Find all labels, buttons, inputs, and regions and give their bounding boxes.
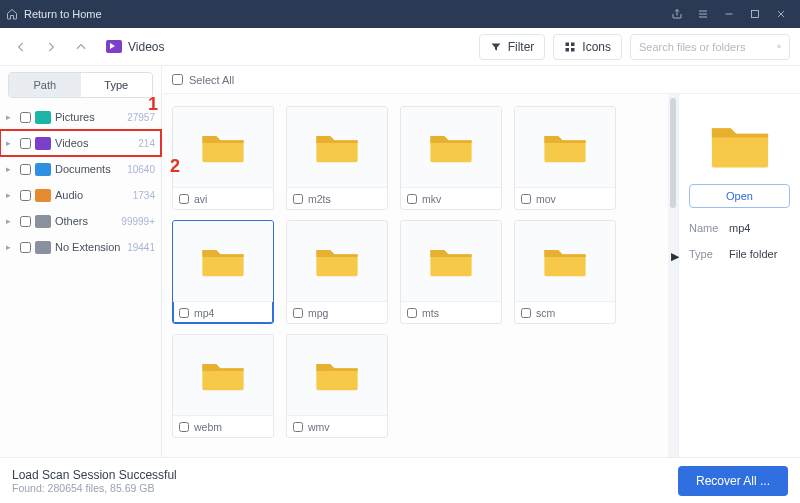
chevron-right-icon: ▸ [6,190,16,200]
folder-label-bar: mov [515,187,615,209]
folder-icon [315,129,359,165]
filter-button[interactable]: Filter [479,34,546,60]
sidebar: 1 Path Type ▸Pictures27957▸Videos214▸Doc… [0,66,162,457]
folder-checkbox[interactable] [293,308,303,318]
detail-type-key: Type [689,248,729,260]
folder-card-mp4[interactable]: mp4 [172,220,274,324]
breadcrumb-label: Videos [128,40,164,54]
category-checkbox[interactable] [20,216,31,227]
folder-card-mts[interactable]: mts [400,220,502,324]
chevron-right-icon: ▸ [6,216,16,226]
sidebar-item-documents[interactable]: ▸Documents10640 [0,156,161,182]
folder-icon [201,357,245,393]
folder-label-bar: mp4 [173,301,273,323]
details-panel: ▶ Open Name mp4 Type File folder [678,94,800,457]
svg-rect-3 [566,48,570,52]
folder-card-wmv[interactable]: wmv [286,334,388,438]
folder-icon [201,243,245,279]
folder-thumb [173,107,273,187]
folder-name: m2ts [308,193,331,205]
folder-card-m2ts[interactable]: m2ts [286,106,388,210]
folder-name: mp4 [194,307,214,319]
folder-checkbox[interactable] [521,308,531,318]
folder-label-bar: wmv [287,415,387,437]
sidebar-item-audio[interactable]: ▸Audio1734 [0,182,161,208]
nav-forward-button[interactable] [40,36,62,58]
folder-icon [710,120,770,170]
category-label: Audio [55,189,129,201]
category-checkbox[interactable] [20,190,31,201]
category-checkbox[interactable] [20,242,31,253]
folder-name: scm [536,307,555,319]
folder-checkbox[interactable] [179,422,189,432]
return-home-label: Return to Home [24,8,102,20]
sidebar-item-pictures[interactable]: ▸Pictures27957 [0,104,161,130]
scrollbar-thumb[interactable] [670,98,676,208]
folder-thumb [287,335,387,415]
tab-type[interactable]: Type [81,73,153,97]
folder-label-bar: m2ts [287,187,387,209]
folder-checkbox[interactable] [293,194,303,204]
select-all-checkbox[interactable] [172,74,183,85]
category-list: ▸Pictures27957▸Videos214▸Documents10640▸… [0,102,161,262]
window-close-button[interactable] [768,1,794,27]
return-home-button[interactable]: Return to Home [6,8,102,20]
category-checkbox[interactable] [20,112,31,123]
folder-card-mov[interactable]: mov [514,106,616,210]
category-checkbox[interactable] [20,138,31,149]
view-mode-button[interactable]: Icons [553,34,622,60]
breadcrumb[interactable]: Videos [106,40,164,54]
folder-thumb [173,221,273,301]
nav-up-button[interactable] [70,36,92,58]
folder-checkbox[interactable] [179,194,189,204]
category-icon [35,189,51,202]
collapse-handle-icon[interactable]: ▶ [671,250,679,263]
folder-name: webm [194,421,222,433]
sidebar-item-no-extension[interactable]: ▸No Extension19441 [0,234,161,260]
sidebar-item-videos[interactable]: ▸Videos214 [0,130,161,156]
footer: Load Scan Session Successful Found: 2806… [0,457,800,503]
folder-checkbox[interactable] [293,422,303,432]
menu-button[interactable] [690,1,716,27]
tab-path[interactable]: Path [9,73,81,97]
svg-point-5 [778,45,780,47]
folder-thumb [287,107,387,187]
svg-rect-1 [566,42,570,46]
folder-checkbox[interactable] [179,308,189,318]
open-button[interactable]: Open [689,184,790,208]
folder-checkbox[interactable] [407,194,417,204]
category-count: 214 [138,138,155,149]
select-all-row: Select All [162,66,800,94]
folder-card-mkv[interactable]: mkv [400,106,502,210]
folder-thumb [515,221,615,301]
folder-name: mpg [308,307,328,319]
nav-back-button[interactable] [10,36,32,58]
folder-icon [429,243,473,279]
titlebar: Return to Home [0,0,800,28]
main-panel: Select All avim2tsmkvmovmp4mpgmtsscmwebm… [162,66,800,457]
folder-card-mpg[interactable]: mpg [286,220,388,324]
category-label: Documents [55,163,123,175]
recover-all-button[interactable]: Recover All ... [678,466,788,496]
sidebar-item-others[interactable]: ▸Others99999+ [0,208,161,234]
folder-icon [315,243,359,279]
category-checkbox[interactable] [20,164,31,175]
folder-card-scm[interactable]: scm [514,220,616,324]
folder-card-avi[interactable]: avi [172,106,274,210]
search-input[interactable] [639,41,777,53]
folder-checkbox[interactable] [521,194,531,204]
grid-icon [564,41,576,53]
folder-grid: avim2tsmkvmovmp4mpgmtsscmwebmwmv [162,94,668,457]
detail-row-type: Type File folder [689,248,790,260]
category-count: 10640 [127,164,155,175]
window-minimize-button[interactable] [716,1,742,27]
window-maximize-button[interactable] [742,1,768,27]
search-box[interactable] [630,34,790,60]
scrollbar[interactable] [668,94,678,457]
folder-label-bar: avi [173,187,273,209]
close-icon [775,8,787,20]
folder-name: mov [536,193,556,205]
folder-checkbox[interactable] [407,308,417,318]
folder-card-webm[interactable]: webm [172,334,274,438]
share-button[interactable] [664,1,690,27]
